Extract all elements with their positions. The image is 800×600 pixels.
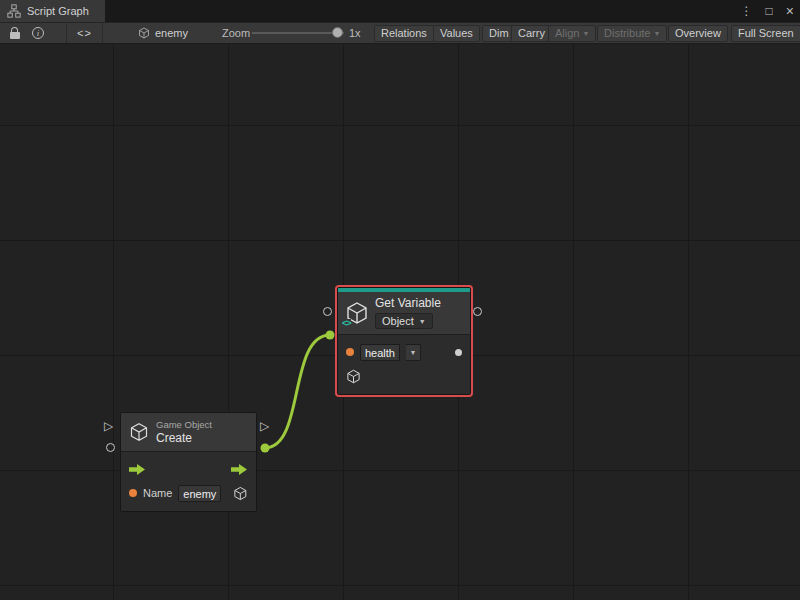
flow-out-arrow-icon[interactable] xyxy=(231,464,248,475)
zoom-value: 1x xyxy=(349,23,361,43)
get-variable-value-output-port[interactable] xyxy=(473,307,482,316)
code-badge-icon: <> xyxy=(342,319,351,328)
connection-wire[interactable] xyxy=(265,335,330,448)
code-icon: <> xyxy=(77,27,92,39)
code-view-button[interactable]: <> xyxy=(66,23,103,43)
get-variable-name-input-port[interactable] xyxy=(323,307,332,316)
chevron-down-icon: ▼ xyxy=(582,30,589,37)
gameobject-output-icon xyxy=(233,486,248,501)
close-icon[interactable]: × xyxy=(786,3,794,19)
gameobject-input-icon xyxy=(346,369,361,384)
carry-button[interactable]: Carry xyxy=(511,25,552,42)
node-title: Create xyxy=(156,431,212,445)
get-variable-body: health ▼ xyxy=(338,334,470,394)
create-output-port[interactable] xyxy=(261,444,270,453)
window-controls: ⋮ □ × xyxy=(741,0,794,22)
chevron-down-icon: ▼ xyxy=(653,30,660,37)
distribute-button: Distribute▼ xyxy=(597,25,667,42)
create-header: Game Object Create xyxy=(121,413,256,451)
zoom-label: Zoom xyxy=(222,23,250,43)
chevron-down-icon: ▼ xyxy=(419,318,426,325)
graph-toolbar: i <> enemy Zoom 1x Relations Values Dim … xyxy=(0,22,800,44)
variable-name-row: health ▼ xyxy=(346,340,462,364)
script-graph-icon xyxy=(7,4,21,18)
string-input-port[interactable] xyxy=(129,489,137,497)
get-variable-object-port[interactable] xyxy=(326,331,335,340)
tab-script-graph[interactable]: Script Graph xyxy=(0,0,105,22)
info-button[interactable]: i xyxy=(29,23,47,43)
variable-name-dropdown-button[interactable]: ▼ xyxy=(406,344,421,361)
fullscreen-button[interactable]: Full Screen xyxy=(731,25,800,42)
object-target-row xyxy=(346,364,462,388)
lock-icon xyxy=(9,27,21,39)
create-game-object-node[interactable]: Game Object Create Name enemy xyxy=(120,412,257,512)
node-title: Get Variable xyxy=(375,296,441,310)
graph-object-icon xyxy=(138,27,150,39)
create-body: Name enemy xyxy=(121,451,256,511)
name-input-row: Name enemy xyxy=(129,481,248,505)
tab-title: Script Graph xyxy=(27,5,89,17)
graph-name-label: enemy xyxy=(155,27,188,39)
maximize-icon[interactable]: □ xyxy=(766,4,773,18)
menu-icon[interactable]: ⋮ xyxy=(741,4,753,18)
zoom-slider-handle[interactable] xyxy=(332,27,343,38)
variable-name-field[interactable]: health xyxy=(360,344,400,361)
create-flow-out-port[interactable]: ▷ xyxy=(260,420,269,432)
create-flow-in-port[interactable]: ▷ xyxy=(104,420,113,432)
node-category: Game Object xyxy=(156,419,212,430)
get-variable-header: <> Get Variable Object ▼ xyxy=(338,292,470,334)
tab-bar: Script Graph ⋮ □ × xyxy=(0,0,800,22)
flow-in-arrow-icon[interactable] xyxy=(129,464,146,475)
lock-button[interactable] xyxy=(6,23,24,43)
align-button: Align▼ xyxy=(548,25,596,42)
overview-button[interactable]: Overview xyxy=(668,25,728,42)
name-field-label: Name xyxy=(143,487,172,499)
chevron-down-icon: ▼ xyxy=(410,349,417,356)
graph-breadcrumb[interactable]: enemy xyxy=(138,23,188,43)
value-output-port[interactable] xyxy=(455,349,462,356)
variable-scope-dropdown[interactable]: Object ▼ xyxy=(375,313,433,329)
relations-button[interactable]: Relations xyxy=(374,25,434,42)
string-input-port[interactable] xyxy=(346,348,354,356)
info-icon: i xyxy=(32,27,44,39)
values-button[interactable]: Values xyxy=(433,25,480,42)
unity-script-graph-window: { "window": { "tab": { "title": "Script … xyxy=(0,0,800,600)
get-variable-node[interactable]: <> Get Variable Object ▼ health ▼ xyxy=(337,287,471,395)
zoom-slider-track[interactable] xyxy=(252,32,344,34)
graph-canvas[interactable]: <> Get Variable Object ▼ health ▼ xyxy=(0,44,800,600)
gameobject-cube-icon xyxy=(129,422,149,442)
create-name-input-port[interactable] xyxy=(106,443,115,452)
variable-cube-icon: <> xyxy=(345,301,369,325)
zoom-slider[interactable] xyxy=(252,23,344,43)
name-field[interactable]: enemy xyxy=(178,485,221,502)
flow-row xyxy=(129,457,248,481)
